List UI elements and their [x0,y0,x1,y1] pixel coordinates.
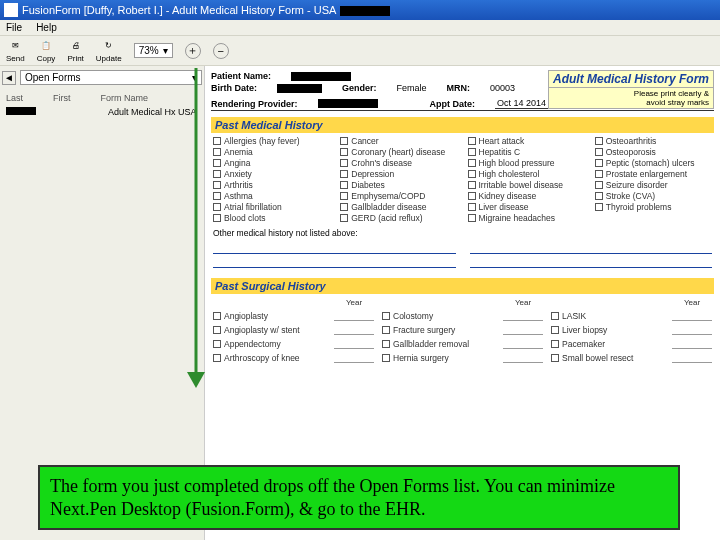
zoom-select[interactable]: 73%▾ [134,43,173,58]
checkbox[interactable] [468,192,476,200]
birth-date-label: Birth Date: [211,83,257,93]
checkbox[interactable] [551,312,559,320]
condition-item: Coronary (heart) disease [340,147,457,157]
checkbox[interactable] [468,159,476,167]
checkbox[interactable] [213,170,221,178]
year-field[interactable] [334,339,374,349]
year-field[interactable] [503,353,543,363]
app-icon [4,3,18,17]
condition-item: Angina [213,158,330,168]
checkbox[interactable] [213,340,221,348]
appt-date-label: Appt Date: [429,99,475,109]
menu-file[interactable]: File [6,22,22,33]
print-hint: Please print clearly &avoid stray marks [548,88,714,109]
checkbox[interactable] [213,148,221,156]
checkbox[interactable] [595,181,603,189]
checkbox[interactable] [340,192,348,200]
patient-last-redacted [6,107,36,115]
checkbox[interactable] [595,203,603,211]
checkbox[interactable] [340,159,348,167]
update-button[interactable]: ↻ Update [96,39,122,63]
checkbox[interactable] [595,159,603,167]
checkbox[interactable] [468,148,476,156]
year-field[interactable] [503,339,543,349]
open-forms-row[interactable]: Adult Medical Hx USA [2,105,202,119]
checkbox[interactable] [595,192,603,200]
past-medical-heading: Past Medical History [211,117,714,133]
surgery-item: Appendectomy [213,339,326,349]
send-button[interactable]: ✉ Send [6,39,25,63]
copy-button[interactable]: 📋 Copy [37,39,56,63]
past-medical-section: Past Medical History Allergies (hay feve… [211,117,714,272]
checkbox[interactable] [340,214,348,222]
year-field[interactable] [503,311,543,321]
checkbox[interactable] [551,354,559,362]
checkbox[interactable] [382,326,390,334]
checkbox[interactable] [551,326,559,334]
zoom-out-button[interactable]: − [213,43,229,59]
checkbox[interactable] [340,148,348,156]
year-field[interactable] [672,353,712,363]
print-icon: 🖨 [68,39,84,53]
col-last: Last [6,93,23,103]
rendering-provider-label: Rendering Provider: [211,99,298,109]
year-field[interactable] [672,325,712,335]
annotation-callout: The form you just completed drops off th… [38,465,680,530]
year-field[interactable] [334,325,374,335]
checkbox[interactable] [213,326,221,334]
year-field[interactable] [334,311,374,321]
year-header: Year [672,298,712,307]
checkbox[interactable] [213,203,221,211]
window-titlebar: FusionForm [Duffy, Robert I.] - Adult Me… [0,0,720,20]
checkbox[interactable] [468,214,476,222]
zoom-in-button[interactable]: ＋ [185,43,201,59]
condition-item: Crohn's disease [340,158,457,168]
surgery-item: Angioplasty [213,311,326,321]
checkbox[interactable] [213,214,221,222]
condition-item: Thyroid problems [595,202,712,212]
condition-item: High blood pressure [468,158,585,168]
condition-item: Peptic (stomach) ulcers [595,158,712,168]
year-field[interactable] [334,353,374,363]
checkbox[interactable] [382,340,390,348]
past-surgical-section: Past Surgical History YearYearYearAngiop… [211,278,714,367]
col-first: First [53,93,71,103]
checkbox[interactable] [213,137,221,145]
condition-item: Anxiety [213,169,330,179]
checkbox[interactable] [213,312,221,320]
condition-item: Arthritis [213,180,330,190]
year-field[interactable] [503,325,543,335]
condition-item: Irritable bowel disease [468,180,585,190]
checkbox[interactable] [213,159,221,167]
checkbox[interactable] [468,137,476,145]
checkbox[interactable] [595,148,603,156]
appt-date-value: Oct 14 2014 [495,98,548,109]
print-button[interactable]: 🖨 Print [67,39,83,63]
checkbox[interactable] [595,170,603,178]
checkbox[interactable] [382,312,390,320]
checkbox[interactable] [340,203,348,211]
checkbox[interactable] [340,170,348,178]
back-icon[interactable]: ◄ [2,71,16,85]
condition-item: Hepatitis C [468,147,585,157]
checkbox[interactable] [468,203,476,211]
year-field[interactable] [672,339,712,349]
checkbox[interactable] [382,354,390,362]
checkbox[interactable] [468,170,476,178]
checkbox[interactable] [340,137,348,145]
condition-item: Osteoarthritis [595,136,712,146]
open-forms-select[interactable]: Open Forms▾ [20,70,202,85]
checkbox[interactable] [340,181,348,189]
year-field[interactable] [672,311,712,321]
checkbox[interactable] [213,354,221,362]
checkbox[interactable] [551,340,559,348]
menu-help[interactable]: Help [36,22,57,33]
checkbox[interactable] [213,192,221,200]
form-header: Patient Name: Birth Date: Gender: Female… [211,70,714,111]
checkbox[interactable] [595,137,603,145]
checkbox[interactable] [213,181,221,189]
surgery-item: Arthroscopy of knee [213,353,326,363]
condition-item: Emphysema/COPD [340,191,457,201]
rendering-provider-value [318,99,378,108]
checkbox[interactable] [468,181,476,189]
